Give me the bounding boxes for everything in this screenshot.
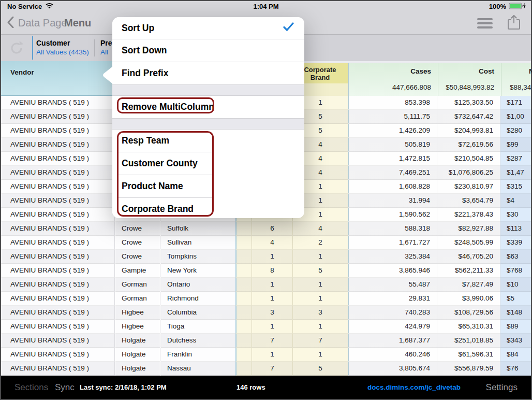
menu-item-sort-up[interactable]: Sort Up (112, 17, 304, 39)
last-sync-label: Last sync: 2/16/18, 1:02 PM (80, 383, 167, 391)
resp-team-cell: Gorman (115, 292, 160, 306)
total-nsp-clipped: $88,34 (510, 83, 532, 91)
vendor-cell: AVENIU BRANDS ( 519 ) (1, 362, 115, 376)
settings-button[interactable]: Settings (486, 382, 518, 393)
column-header-cases[interactable]: Cases (349, 67, 431, 75)
back-label: Data Page (18, 17, 67, 29)
sync-button[interactable]: Sync (55, 382, 75, 393)
table-row[interactable]: AVENIU BRANDS ( 519 )GormanRichmond1129.… (1, 292, 531, 306)
checkmark-icon (283, 22, 294, 34)
table-row[interactable]: AVENIU BRANDS ( 519 )CroweTompkins11325.… (1, 250, 531, 264)
vendor-cell: AVENIU BRANDS ( 519 ) (1, 96, 115, 110)
premise-filter-label: Pre (100, 38, 112, 48)
corporate-brand-count-cell: 2 (292, 236, 348, 250)
cost-cell: $46,705.20 (437, 250, 500, 264)
spacer-cell (235, 236, 252, 250)
premise-filter[interactable]: Pre All (100, 38, 112, 57)
menu-item-sort-down[interactable]: Sort Down (112, 39, 304, 62)
premise-filter-value[interactable]: All (100, 48, 112, 57)
cases-cell: 1,608.828 (348, 180, 437, 194)
cost-cell: $7,827.49 (437, 278, 500, 292)
table-row[interactable]: AVENIU BRANDS ( 519 )CroweSuffolk64588.3… (1, 222, 531, 236)
column-header-cost[interactable]: Cost (438, 67, 494, 75)
cost-cell: $82,927.88 (437, 222, 500, 236)
page-title: Menu (64, 12, 91, 34)
cost-cell: $204,993.81 (437, 124, 500, 138)
hamburger-menu-icon[interactable] (477, 18, 493, 28)
nsp-cell-clipped: $99 (500, 138, 531, 152)
menu-item-sort-down-label: Sort Down (122, 45, 167, 56)
menu-item-product-name[interactable]: Product Name (112, 175, 304, 197)
corporate-brand-count-cell: 1 (292, 292, 348, 306)
spacer-cell (235, 362, 252, 376)
total-cases: 447,666.808 (349, 83, 431, 91)
product-name-count-cell: 1 (252, 278, 292, 292)
nsp-cell-clipped: $76 (500, 362, 531, 376)
nsp-cell-clipped: $63 (500, 250, 531, 264)
customer-county-cell: Columbia (161, 306, 235, 320)
product-name-count-cell: 8 (252, 264, 292, 278)
docs-link[interactable]: docs.dimins.com/jc_divetab (367, 383, 461, 391)
table-row[interactable]: AVENIU BRANDS ( 519 )HolgateNassau753,80… (1, 362, 531, 376)
product-name-count-cell: 3 (252, 306, 292, 320)
vendor-cell: AVENIU BRANDS ( 519 ) (1, 180, 115, 194)
column-header-nsp-clipped[interactable]: N (529, 67, 532, 75)
customer-filter-value[interactable]: All Values (4435) (36, 48, 89, 57)
table-row[interactable]: AVENIU BRANDS ( 519 )HolgateFranklin1146… (1, 348, 531, 362)
vendor-cell: AVENIU BRANDS ( 519 ) (1, 306, 115, 320)
corporate-brand-count-cell: 1 (292, 320, 348, 334)
share-icon[interactable] (507, 15, 521, 32)
vendor-cell: AVENIU BRANDS ( 519 ) (1, 320, 115, 334)
table-row[interactable]: AVENIU BRANDS ( 519 )GormanOntario1155.4… (1, 278, 531, 292)
vendor-cell: AVENIU BRANDS ( 519 ) (1, 334, 115, 348)
nsp-cell-clipped: $30 (500, 208, 531, 222)
table-row[interactable]: AVENIU BRANDS ( 519 )HolgateDutchess771,… (1, 334, 531, 348)
nsp-cell-clipped: $339 (500, 236, 531, 250)
cases-cell: 5,111.75 (348, 110, 437, 124)
product-name-count-cell: 4 (252, 236, 292, 250)
back-button[interactable]: Data Page (7, 12, 67, 34)
vendor-cell: AVENIU BRANDS ( 519 ) (1, 208, 115, 222)
table-row[interactable]: AVENIU BRANDS ( 519 )HigbeeTioga11424.97… (1, 320, 531, 334)
cases-cell: 1,671.727 (348, 236, 437, 250)
resp-team-cell: Higbee (115, 306, 160, 320)
vendor-cell: AVENIU BRANDS ( 519 ) (1, 110, 115, 124)
vendor-cell: AVENIU BRANDS ( 519 ) (1, 264, 115, 278)
resp-team-cell: Crowe (115, 236, 160, 250)
table-row[interactable]: AVENIU BRANDS ( 519 )HigbeeColumbia33740… (1, 306, 531, 320)
sections-button[interactable]: Sections (14, 382, 48, 393)
nsp-cell-clipped: $1,47 (500, 166, 531, 180)
vendor-cell: AVENIU BRANDS ( 519 ) (1, 348, 115, 362)
cases-cell: 505.819 (348, 138, 437, 152)
column-header-vendor[interactable]: Vendor (1, 61, 115, 96)
battery-percent: 100% (489, 3, 506, 10)
cost-cell: $108,729.56 (437, 306, 500, 320)
nsp-cell-clipped: $148 (500, 306, 531, 320)
customer-filter[interactable]: Customer All Values (4435) (36, 38, 89, 57)
menu-item-sort-up-label: Sort Up (122, 23, 154, 34)
menu-item-corporate-brand[interactable]: Corporate Brand (112, 198, 304, 218)
cases-cell: 29.831 (348, 292, 437, 306)
menu-item-find-prefix[interactable]: Find Prefix (112, 62, 304, 84)
customer-county-cell: Suffolk (161, 222, 235, 236)
table-row[interactable]: AVENIU BRANDS ( 519 )CroweSullivan421,67… (1, 236, 531, 250)
menu-item-resp-team[interactable]: Resp Team (112, 130, 304, 152)
table-row[interactable]: AVENIU BRANDS ( 519 )GampieNew York853,8… (1, 264, 531, 278)
cases-cell: 460.246 (348, 348, 437, 362)
vendor-cell: AVENIU BRANDS ( 519 ) (1, 124, 115, 138)
cases-cell: 31.994 (348, 194, 437, 208)
nsp-cell-clipped: $89 (500, 320, 531, 334)
resp-team-cell: Holgate (115, 334, 160, 348)
customer-county-cell: Richmond (161, 292, 235, 306)
cost-cell: $65,310.31 (437, 320, 500, 334)
cases-cell: 1,426.209 (348, 124, 437, 138)
corporate-brand-count-cell: 5 (292, 264, 348, 278)
nsp-cell-clipped: $113 (500, 222, 531, 236)
corporate-brand-count-cell: 7 (292, 334, 348, 348)
menu-item-resp-team-label: Resp Team (122, 135, 169, 146)
cost-cell: $61,596.31 (437, 348, 500, 362)
menu-item-remove-multicolumn[interactable]: Remove MultiColumn (112, 96, 304, 118)
menu-item-customer-county[interactable]: Customer County (112, 152, 304, 175)
refresh-icon[interactable] (8, 40, 25, 59)
cost-cell: $562,211.33 (437, 264, 500, 278)
